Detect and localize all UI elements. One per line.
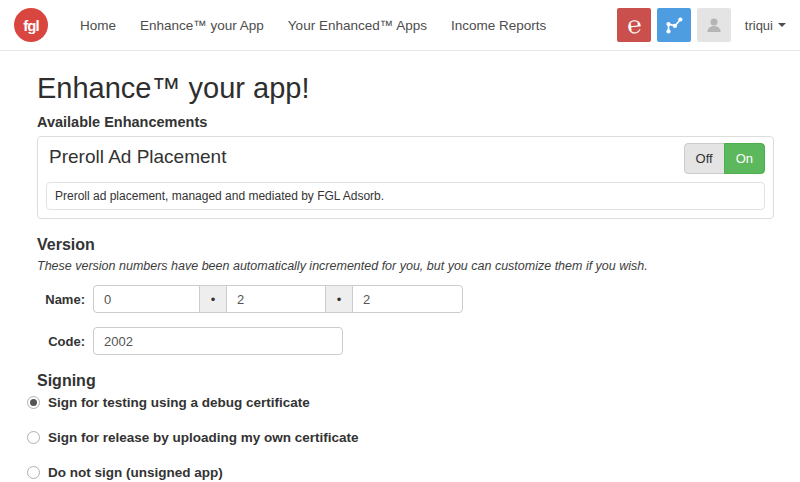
radio-option-own-certificate[interactable]: Sign for release by uploading my own cer… bbox=[27, 430, 774, 445]
radio-button[interactable] bbox=[27, 466, 40, 479]
top-navbar: fgl Home Enhance™ your App Your Enhanced… bbox=[0, 0, 800, 51]
enhancement-name: Preroll Ad Placement bbox=[46, 143, 226, 168]
nav-item-your-enhanced-apps[interactable]: Your Enhanced™ Apps bbox=[276, 0, 439, 51]
version-separator: • bbox=[199, 285, 227, 313]
radio-label: Sign for release by uploading my own cer… bbox=[48, 430, 359, 445]
person-silhouette-glyph bbox=[704, 15, 724, 35]
user-dropdown[interactable]: triqui bbox=[745, 18, 786, 33]
radio-option-do-not-sign[interactable]: Do not sign (unsigned app) bbox=[27, 465, 774, 480]
radio-label: Do not sign (unsigned app) bbox=[48, 465, 223, 480]
version-separator: • bbox=[325, 285, 353, 313]
version-name-label: Name: bbox=[37, 292, 85, 307]
nav-item-home[interactable]: Home bbox=[68, 0, 128, 51]
nav-item-enhance-your-app[interactable]: Enhance™ your App bbox=[128, 0, 276, 51]
version-major-input[interactable] bbox=[93, 285, 200, 313]
nav-links: Home Enhance™ your App Your Enhanced™ Ap… bbox=[68, 0, 558, 51]
username: triqui bbox=[745, 18, 773, 33]
version-code-input[interactable] bbox=[93, 327, 343, 355]
script-e-glyph: ℮ bbox=[625, 10, 642, 39]
enhance-app-icon[interactable]: ℮ bbox=[617, 8, 651, 42]
version-note: These version numbers have been automati… bbox=[37, 259, 774, 273]
enhancement-panel-header: Preroll Ad Placement Off On bbox=[46, 143, 765, 174]
user-avatar-icon[interactable] bbox=[697, 8, 731, 42]
signing-heading: Signing bbox=[37, 372, 774, 390]
fgl-logo-text: fgl bbox=[23, 17, 38, 34]
chevron-down-icon bbox=[778, 23, 786, 27]
version-minor-input[interactable] bbox=[226, 285, 326, 313]
page-title: Enhance™ your app! bbox=[37, 72, 774, 105]
version-code-row: Code: bbox=[37, 327, 774, 355]
version-name-input-group: • • bbox=[93, 285, 463, 313]
radio-label: Sign for testing using a debug certifica… bbox=[48, 395, 310, 410]
navbar-right: ℮ triqui bbox=[611, 8, 786, 42]
toggle-on-button[interactable]: On bbox=[724, 143, 765, 174]
fgl-logo[interactable]: fgl bbox=[14, 8, 48, 42]
enhancement-panel: Preroll Ad Placement Off On Preroll ad p… bbox=[37, 136, 774, 219]
main-content: Enhance™ your app! Available Enhancement… bbox=[0, 72, 800, 482]
version-patch-input[interactable] bbox=[352, 285, 463, 313]
nav-item-income-reports[interactable]: Income Reports bbox=[439, 0, 558, 51]
version-heading: Version bbox=[37, 236, 774, 254]
enhancement-description: Preroll ad placement, managed and mediat… bbox=[46, 182, 765, 210]
toggle-off-button[interactable]: Off bbox=[684, 143, 725, 174]
radio-button[interactable] bbox=[27, 431, 40, 444]
radio-option-debug-certificate[interactable]: Sign for testing using a debug certifica… bbox=[27, 395, 774, 410]
version-code-label: Code: bbox=[37, 334, 85, 349]
enhancement-toggle-group: Off On bbox=[684, 143, 765, 174]
version-name-row: Name: • • bbox=[37, 285, 774, 313]
available-enhancements-label: Available Enhancements bbox=[37, 114, 774, 130]
graph-nodes-glyph bbox=[663, 14, 685, 36]
network-graph-icon[interactable] bbox=[657, 8, 691, 42]
radio-button[interactable] bbox=[27, 396, 40, 409]
